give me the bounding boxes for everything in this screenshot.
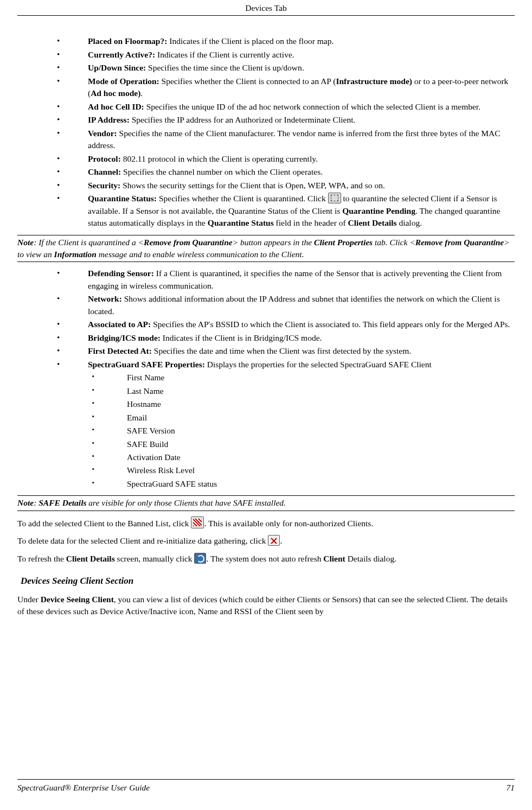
item-text: Specifies the date and time when the Cli… (152, 346, 411, 355)
list-item: Bridging/ICS mode: Indicates if the Clie… (17, 332, 515, 344)
t: To add the selected Client to the Banned… (17, 519, 191, 528)
delete-data-icon[interactable] (268, 535, 280, 546)
t: Under (17, 595, 41, 604)
t: Information (54, 250, 97, 259)
item-text: Specifies the unique ID of the ad hoc ne… (144, 102, 480, 111)
t: Last Name (127, 386, 164, 396)
item-text: Shows additional information about the I… (88, 294, 500, 315)
t: > button appears in the (233, 238, 314, 247)
list-item: Ad hoc Cell ID: Specifies the unique ID … (17, 101, 515, 113)
para-refresh: To refresh the Client Details screen, ma… (17, 553, 515, 565)
t: dialog. (397, 218, 422, 227)
list-item: Placed on Floormap?: Indicates if the Cl… (17, 35, 515, 47)
list-item: Security: Shows the security settings fo… (17, 180, 515, 192)
t: . (280, 536, 282, 545)
list-item: SAFE Build (88, 438, 515, 450)
item-label: IP Address: (88, 115, 130, 124)
t: screen, manually click (115, 554, 195, 563)
note-lead: Note (17, 498, 34, 507)
refresh-icon[interactable] (194, 553, 206, 564)
t: Quarantine Pending (342, 206, 415, 215)
t: To refresh the (17, 554, 66, 563)
t: Client Details (66, 554, 115, 563)
note-lead: Note (17, 238, 34, 247)
item-label: Mode of Operation: (88, 76, 159, 86)
item-text: Displays the properties for the selected… (205, 360, 432, 369)
t: are visible for only those Clients that … (86, 498, 286, 507)
note-quarantine: Note: If the Client is quarantined a <Re… (17, 235, 515, 263)
t: Infrastructure mode) (336, 76, 412, 86)
list-item: SAFE Version (88, 425, 515, 437)
item-label: Vendor: (88, 129, 117, 138)
t: message and to enable wireless communica… (97, 250, 304, 259)
item-text: 802.11 protocol in which the Client is o… (121, 154, 318, 163)
t: tab. Click < (373, 238, 415, 247)
item-text: Indicates if the Client is in Bridging/I… (161, 333, 322, 342)
item-label: Bridging/ICS mode: (88, 333, 161, 342)
list-item: Network: Shows additional information ab… (17, 293, 515, 317)
t: field in the header of (274, 218, 348, 227)
t: Remove from Quarantine (415, 238, 504, 247)
t: . This is available only for non-authori… (204, 519, 373, 528)
t: Client Details (348, 218, 397, 227)
t: . (140, 88, 143, 98)
t: Client Properties (314, 238, 373, 247)
item-label: Up/Down Since: (88, 63, 146, 72)
quarantine-icon[interactable] (328, 193, 341, 203)
list-item: SpectraGuard SAFE Properties: Displays t… (17, 359, 515, 490)
list-item: First Name (88, 372, 515, 384)
t: : If the Client is quarantined a < (34, 238, 144, 247)
t: Remove from Quarantine (144, 238, 233, 247)
t: Device Seeing Client (41, 595, 114, 604)
page: Devices Tab Placed on Floormap?: Indicat… (0, 0, 532, 810)
item-label: Protocol: (88, 154, 121, 163)
para-devices-seeing: Under Device Seeing Client, you can view… (17, 594, 515, 618)
item-label: Quarantine Status: (88, 194, 157, 203)
add-to-banned-icon[interactable] (191, 516, 204, 528)
list-item: Defending Sensor: If a Client is quarant… (17, 267, 515, 292)
properties-list-1: Placed on Floormap?: Indicates if the Cl… (17, 35, 515, 229)
t: SpectraGuard SAFE status (127, 479, 217, 488)
note-safe: Note: SAFE Details are visible for only … (17, 495, 515, 511)
list-item: IP Address: Specifies the IP address for… (17, 114, 515, 126)
list-item: Hostname (88, 398, 515, 410)
t: SAFE Details (39, 498, 86, 507)
item-label: Channel: (88, 167, 121, 176)
list-item: Email (88, 412, 515, 424)
list-item: Currently Active?: Indicates if the Clie… (17, 49, 515, 61)
para-delete: To delete data for the selected Client a… (17, 535, 515, 547)
list-item: Channel: Specifies the channel number on… (17, 166, 515, 178)
t: To delete data for the selected Client a… (17, 536, 268, 545)
list-item: SpectraGuard SAFE status (88, 478, 515, 490)
section-heading: Devices Seeing Client Section (21, 575, 515, 588)
t: Email (127, 413, 147, 422)
footer-title: SpectraGuard® Enterprise User Guide (17, 782, 150, 794)
item-label: First Detected At: (88, 346, 152, 355)
t: . The system does not auto refresh (206, 554, 323, 563)
list-item: Protocol: 802.11 protocol in which the C… (17, 153, 515, 165)
list-item: First Detected At: Specifies the date an… (17, 345, 515, 357)
item-label: Network: (88, 294, 122, 303)
list-item: Quarantine Status: Specifies whether the… (17, 193, 515, 229)
t: Hostname (127, 399, 161, 409)
item-label: SpectraGuard SAFE Properties: (88, 360, 205, 369)
properties-list-2: Defending Sensor: If a Client is quarant… (17, 267, 515, 490)
t: Wireless Risk Level (127, 465, 195, 475)
item-label: Security: (88, 181, 120, 190)
t: Specifies whether the Client is quaranti… (157, 194, 328, 203)
safe-properties-sublist: First Name Last Name Hostname Email SAFE… (88, 372, 515, 490)
item-text: Specifies the name of the Client manufac… (88, 129, 501, 150)
list-item: Up/Down Since: Specifies the time since … (17, 62, 515, 74)
para-banned: To add the selected Client to the Banned… (17, 516, 515, 530)
item-label: Ad hoc Cell ID: (88, 102, 144, 111)
list-item: Last Name (88, 385, 515, 397)
item-label: Placed on Floormap?: (88, 36, 167, 46)
item-label: Associated to AP: (88, 320, 151, 329)
page-number: 71 (507, 782, 515, 794)
list-item: Mode of Operation: Specifies whether the… (17, 75, 515, 100)
item-text: Shows the security settings for the Clie… (120, 181, 385, 190)
t: Specifies whether the Client is connecte… (159, 76, 336, 86)
t: Client (323, 554, 345, 563)
t: SAFE Version (127, 426, 175, 435)
t: : (34, 498, 39, 507)
